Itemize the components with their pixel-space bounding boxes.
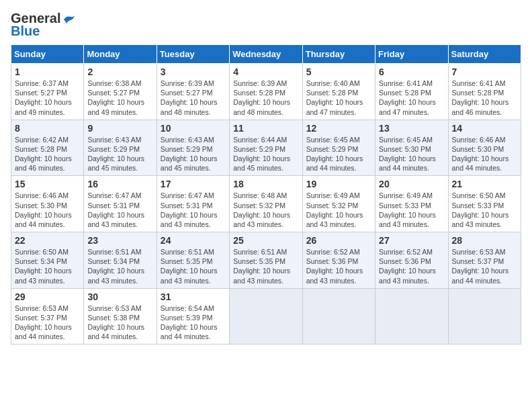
calendar-day-cell: 30Sunrise: 6:53 AM Sunset: 5:38 PM Dayli… (84, 288, 157, 345)
day-info: Sunrise: 6:53 AM Sunset: 5:38 PM Dayligh… (87, 304, 152, 342)
day-info: Sunrise: 6:43 AM Sunset: 5:29 PM Dayligh… (87, 135, 152, 173)
calendar-empty-cell (375, 288, 448, 345)
day-number: 1 (15, 66, 80, 77)
day-number: 17 (161, 179, 226, 189)
calendar-day-cell: 3Sunrise: 6:39 AM Sunset: 5:27 PM Daylig… (157, 64, 229, 120)
day-number: 2 (87, 66, 152, 77)
calendar-day-cell: 10Sunrise: 6:43 AM Sunset: 5:29 PM Dayli… (157, 120, 229, 176)
calendar-day-cell: 14Sunrise: 6:46 AM Sunset: 5:30 PM Dayli… (448, 120, 521, 176)
calendar-day-cell: 19Sunrise: 6:49 AM Sunset: 5:32 PM Dayli… (302, 176, 375, 232)
day-number: 11 (233, 123, 298, 134)
day-number: 27 (379, 235, 444, 246)
day-info: Sunrise: 6:54 AM Sunset: 5:39 PM Dayligh… (161, 304, 226, 342)
day-info: Sunrise: 6:42 AM Sunset: 5:28 PM Dayligh… (15, 135, 80, 173)
calendar-day-cell: 31Sunrise: 6:54 AM Sunset: 5:39 PM Dayli… (157, 288, 229, 345)
calendar-day-cell: 7Sunrise: 6:41 AM Sunset: 5:28 PM Daylig… (448, 64, 521, 120)
calendar-week-row: 15Sunrise: 6:46 AM Sunset: 5:30 PM Dayli… (11, 176, 521, 232)
day-number: 15 (15, 179, 80, 189)
day-number: 26 (306, 235, 371, 246)
day-number: 23 (87, 235, 152, 246)
day-info: Sunrise: 6:51 AM Sunset: 5:35 PM Dayligh… (161, 247, 226, 285)
day-info: Sunrise: 6:53 AM Sunset: 5:37 PM Dayligh… (15, 304, 80, 342)
day-number: 29 (15, 291, 80, 302)
logo: General Blue (11, 11, 76, 39)
calendar-day-cell: 11Sunrise: 6:44 AM Sunset: 5:29 PM Dayli… (230, 120, 302, 176)
day-number: 19 (306, 179, 371, 189)
calendar-day-cell: 12Sunrise: 6:45 AM Sunset: 5:29 PM Dayli… (302, 120, 375, 176)
day-number: 6 (379, 66, 444, 77)
calendar-day-cell: 8Sunrise: 6:42 AM Sunset: 5:28 PM Daylig… (11, 120, 84, 176)
calendar-week-row: 1Sunrise: 6:37 AM Sunset: 5:27 PM Daylig… (11, 64, 521, 120)
calendar-day-cell: 18Sunrise: 6:48 AM Sunset: 5:32 PM Dayli… (230, 176, 302, 232)
day-number: 12 (306, 123, 371, 134)
calendar-day-cell: 23Sunrise: 6:51 AM Sunset: 5:34 PM Dayli… (84, 232, 157, 289)
day-number: 16 (87, 179, 152, 189)
calendar-day-cell: 6Sunrise: 6:41 AM Sunset: 5:28 PM Daylig… (375, 64, 448, 120)
calendar-header-row: SundayMondayTuesdayWednesdayThursdayFrid… (11, 45, 521, 64)
day-info: Sunrise: 6:41 AM Sunset: 5:28 PM Dayligh… (379, 79, 444, 117)
calendar-day-cell: 29Sunrise: 6:53 AM Sunset: 5:37 PM Dayli… (11, 288, 84, 345)
day-info: Sunrise: 6:43 AM Sunset: 5:29 PM Dayligh… (161, 135, 226, 173)
day-info: Sunrise: 6:40 AM Sunset: 5:28 PM Dayligh… (306, 79, 371, 117)
calendar-day-cell: 9Sunrise: 6:43 AM Sunset: 5:29 PM Daylig… (84, 120, 157, 176)
day-number: 20 (379, 179, 444, 189)
day-number: 3 (161, 66, 226, 77)
calendar-day-cell: 28Sunrise: 6:53 AM Sunset: 5:37 PM Dayli… (448, 232, 521, 289)
calendar-day-cell: 22Sunrise: 6:50 AM Sunset: 5:34 PM Dayli… (11, 232, 84, 289)
day-number: 5 (306, 66, 371, 77)
day-number: 31 (161, 291, 226, 302)
day-info: Sunrise: 6:52 AM Sunset: 5:36 PM Dayligh… (306, 247, 371, 285)
day-info: Sunrise: 6:37 AM Sunset: 5:27 PM Dayligh… (15, 79, 80, 117)
day-info: Sunrise: 6:41 AM Sunset: 5:28 PM Dayligh… (452, 79, 517, 117)
calendar-day-cell: 21Sunrise: 6:50 AM Sunset: 5:33 PM Dayli… (448, 176, 521, 232)
weekday-header-wednesday: Wednesday (230, 45, 302, 64)
day-number: 22 (15, 235, 80, 246)
page-header: General Blue (11, 11, 521, 39)
day-info: Sunrise: 6:38 AM Sunset: 5:27 PM Dayligh… (87, 79, 152, 117)
calendar-week-row: 29Sunrise: 6:53 AM Sunset: 5:37 PM Dayli… (11, 288, 521, 345)
day-info: Sunrise: 6:46 AM Sunset: 5:30 PM Dayligh… (452, 135, 517, 173)
day-info: Sunrise: 6:39 AM Sunset: 5:28 PM Dayligh… (233, 79, 298, 117)
calendar-day-cell: 27Sunrise: 6:52 AM Sunset: 5:36 PM Dayli… (375, 232, 448, 289)
day-info: Sunrise: 6:45 AM Sunset: 5:30 PM Dayligh… (379, 135, 444, 173)
day-number: 4 (233, 66, 298, 77)
calendar-day-cell: 5Sunrise: 6:40 AM Sunset: 5:28 PM Daylig… (302, 64, 375, 120)
calendar-table: SundayMondayTuesdayWednesdayThursdayFrid… (11, 44, 521, 345)
calendar-day-cell: 25Sunrise: 6:51 AM Sunset: 5:35 PM Dayli… (230, 232, 302, 289)
day-number: 9 (87, 123, 152, 134)
calendar-day-cell: 13Sunrise: 6:45 AM Sunset: 5:30 PM Dayli… (375, 120, 448, 176)
day-number: 10 (161, 123, 226, 134)
logo-bird-icon (61, 14, 76, 25)
calendar-day-cell: 26Sunrise: 6:52 AM Sunset: 5:36 PM Dayli… (302, 232, 375, 289)
calendar-day-cell: 1Sunrise: 6:37 AM Sunset: 5:27 PM Daylig… (11, 64, 84, 120)
weekday-header-friday: Friday (375, 45, 448, 64)
day-info: Sunrise: 6:39 AM Sunset: 5:27 PM Dayligh… (161, 79, 226, 117)
calendar-week-row: 22Sunrise: 6:50 AM Sunset: 5:34 PM Dayli… (11, 232, 521, 289)
day-number: 18 (233, 179, 298, 189)
weekday-header-saturday: Saturday (448, 45, 521, 64)
day-info: Sunrise: 6:46 AM Sunset: 5:30 PM Dayligh… (15, 191, 80, 229)
day-info: Sunrise: 6:51 AM Sunset: 5:35 PM Dayligh… (233, 247, 298, 285)
calendar-empty-cell (448, 288, 521, 345)
day-number: 21 (452, 179, 517, 189)
day-info: Sunrise: 6:49 AM Sunset: 5:33 PM Dayligh… (379, 191, 444, 229)
day-number: 14 (452, 123, 517, 134)
calendar-day-cell: 20Sunrise: 6:49 AM Sunset: 5:33 PM Dayli… (375, 176, 448, 232)
day-info: Sunrise: 6:50 AM Sunset: 5:33 PM Dayligh… (452, 191, 517, 229)
calendar-day-cell: 15Sunrise: 6:46 AM Sunset: 5:30 PM Dayli… (11, 176, 84, 232)
day-number: 30 (87, 291, 152, 302)
day-info: Sunrise: 6:51 AM Sunset: 5:34 PM Dayligh… (87, 247, 152, 285)
day-number: 28 (452, 235, 517, 246)
day-info: Sunrise: 6:48 AM Sunset: 5:32 PM Dayligh… (233, 191, 298, 229)
weekday-header-sunday: Sunday (11, 45, 84, 64)
day-info: Sunrise: 6:44 AM Sunset: 5:29 PM Dayligh… (233, 135, 298, 173)
weekday-header-monday: Monday (84, 45, 157, 64)
day-number: 13 (379, 123, 444, 134)
calendar-week-row: 8Sunrise: 6:42 AM Sunset: 5:28 PM Daylig… (11, 120, 521, 176)
calendar-day-cell: 16Sunrise: 6:47 AM Sunset: 5:31 PM Dayli… (84, 176, 157, 232)
day-info: Sunrise: 6:53 AM Sunset: 5:37 PM Dayligh… (452, 247, 517, 285)
calendar-day-cell: 4Sunrise: 6:39 AM Sunset: 5:28 PM Daylig… (230, 64, 302, 120)
day-info: Sunrise: 6:45 AM Sunset: 5:29 PM Dayligh… (306, 135, 371, 173)
day-info: Sunrise: 6:52 AM Sunset: 5:36 PM Dayligh… (379, 247, 444, 285)
day-info: Sunrise: 6:49 AM Sunset: 5:32 PM Dayligh… (306, 191, 371, 229)
